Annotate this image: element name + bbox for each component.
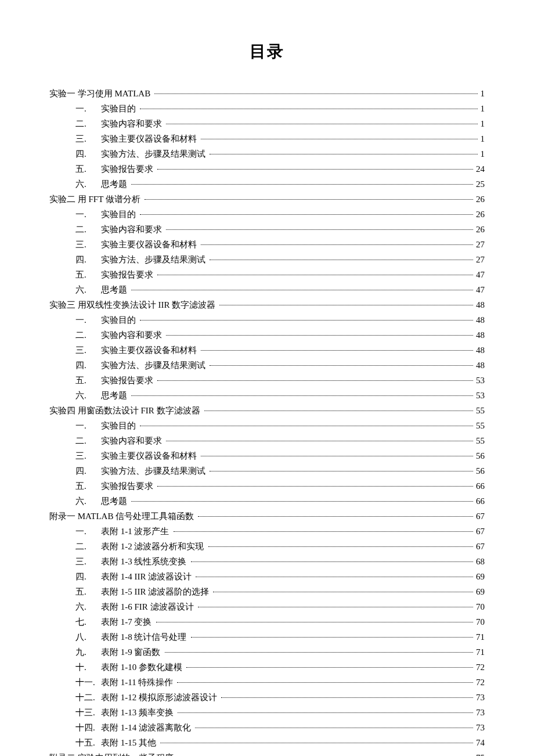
toc-entry-number: 六. bbox=[75, 494, 101, 509]
toc-entry-text: 实验方法、步骤及结果测试 bbox=[101, 463, 208, 478]
toc-entry[interactable]: 四.实验方法、步骤及结果测试27 bbox=[49, 252, 485, 267]
toc-entry-page: 72 bbox=[475, 660, 485, 675]
toc-leader-dots bbox=[131, 501, 473, 502]
toc-entry-page: 1 bbox=[479, 146, 485, 161]
toc-entry[interactable]: 十二.表附 1-12 模拟原形滤波器设计73 bbox=[49, 690, 485, 705]
toc-entry[interactable]: 一.实验目的48 bbox=[49, 312, 485, 327]
toc-entry-number: 五. bbox=[75, 373, 101, 388]
toc-entry[interactable]: 二.实验内容和要求55 bbox=[49, 433, 485, 448]
toc-entry-page: 25 bbox=[475, 177, 485, 192]
toc-entry-number: 五. bbox=[75, 161, 101, 177]
toc-leader-dots bbox=[157, 486, 473, 487]
toc-entry[interactable]: 五.实验报告要求66 bbox=[49, 478, 485, 494]
toc-entry-number: 二. bbox=[75, 433, 101, 448]
toc-entry-number: 四. bbox=[75, 569, 101, 584]
toc-leader-dots bbox=[198, 516, 473, 517]
toc-entry[interactable]: 四.表附 1-4 IIR 滤波器设计69 bbox=[49, 569, 485, 584]
toc-entry-text: 实验主要仪器设备和材料 bbox=[101, 131, 199, 146]
toc-entry[interactable]: 一.表附 1-1 波形产生67 bbox=[49, 524, 485, 539]
toc-entry[interactable]: 一.实验目的1 bbox=[49, 101, 485, 116]
toc-leader-dots bbox=[178, 712, 473, 713]
toc-entry-number: 十四. bbox=[75, 720, 101, 735]
toc-entry[interactable]: 四.实验方法、步骤及结果测试48 bbox=[49, 358, 485, 373]
toc-entry[interactable]: 六.思考题53 bbox=[49, 388, 485, 403]
toc-entry[interactable]: 六.思考题66 bbox=[49, 494, 485, 509]
toc-entry[interactable]: 十一.表附 1-11 特殊操作72 bbox=[49, 675, 485, 690]
toc-entry-text: 思考题 bbox=[101, 388, 129, 403]
toc-entry[interactable]: 实验三 用双线性变换法设计 IIR 数字滤波器48 bbox=[49, 297, 485, 312]
toc-entry[interactable]: 三.实验主要仪器设备和材料48 bbox=[49, 343, 485, 358]
toc-entry[interactable]: 三.实验主要仪器设备和材料1 bbox=[49, 131, 485, 146]
toc-entry-number: 十一. bbox=[75, 675, 101, 690]
toc-entry[interactable]: 十四.表附 1-14 滤波器离散化73 bbox=[49, 720, 485, 735]
toc-entry[interactable]: 四.实验方法、步骤及结果测试56 bbox=[49, 463, 485, 478]
toc-entry[interactable]: 二.实验内容和要求48 bbox=[49, 327, 485, 343]
toc-entry-number: 十五. bbox=[75, 735, 101, 750]
toc-leader-dots bbox=[166, 441, 473, 441]
toc-entry[interactable]: 六.思考题47 bbox=[49, 282, 485, 297]
toc-entry-number: 三. bbox=[75, 343, 101, 358]
toc-leader-dots bbox=[201, 244, 473, 245]
toc-entry[interactable]: 五.表附 1-5 IIR 滤波器阶的选择69 bbox=[49, 584, 485, 599]
toc-entry[interactable]: 二.表附 1-2 滤波器分析和实现67 bbox=[49, 539, 485, 554]
toc-entry-page: 26 bbox=[475, 222, 485, 237]
toc-entry[interactable]: 五.实验报告要求53 bbox=[49, 373, 485, 388]
toc-entry[interactable]: 二.实验内容和要求1 bbox=[49, 116, 485, 131]
toc-entry[interactable]: 八.表附 1-8 统计信号处理71 bbox=[49, 629, 485, 645]
toc-entry-number: 一. bbox=[75, 418, 101, 433]
toc-entry-text: 实验四 用窗函数法设计 FIR 数字滤波器 bbox=[49, 403, 203, 418]
toc-entry-page: 56 bbox=[475, 448, 485, 463]
toc-entry[interactable]: 十五.表附 1-15 其他74 bbox=[49, 735, 485, 750]
toc-entry[interactable]: 三.实验主要仪器设备和材料56 bbox=[49, 448, 485, 463]
toc-entry-page: 27 bbox=[475, 252, 485, 267]
toc-entry-text: 表附 1-13 频率变换 bbox=[101, 705, 176, 720]
toc-entry-text: 表附 1-8 统计信号处理 bbox=[101, 629, 189, 645]
toc-entry[interactable]: 十三.表附 1-13 频率变换73 bbox=[49, 705, 485, 720]
toc-entry-page: 56 bbox=[475, 463, 485, 478]
toc-entry[interactable]: 六.思考题25 bbox=[49, 177, 485, 192]
toc-entry-text: 表附 1-1 波形产生 bbox=[101, 524, 172, 539]
toc-entry[interactable]: 三.表附 1-3 线性系统变换68 bbox=[49, 554, 485, 569]
toc-entry-page: 73 bbox=[475, 720, 485, 735]
toc-entry-page: 71 bbox=[475, 645, 485, 660]
toc-entry-number: 六. bbox=[75, 282, 101, 297]
toc-entry[interactable]: 实验二 用 FFT 做谱分析26 bbox=[49, 192, 485, 207]
toc-entry-text: 实验报告要求 bbox=[101, 267, 156, 282]
toc-entry-page: 72 bbox=[475, 675, 485, 690]
toc-entry-text: 思考题 bbox=[101, 494, 129, 509]
toc-leader-dots bbox=[157, 380, 473, 381]
toc-entry-text: 实验主要仪器设备和材料 bbox=[101, 448, 199, 463]
toc-entry[interactable]: 一.实验目的26 bbox=[49, 207, 485, 222]
toc-entry[interactable]: 五.实验报告要求47 bbox=[49, 267, 485, 282]
toc-entry-page: 75 bbox=[475, 750, 485, 756]
toc-entry-text: 实验主要仪器设备和材料 bbox=[101, 237, 199, 252]
toc-entry-number: 二. bbox=[75, 116, 101, 131]
toc-entry[interactable]: 一.实验目的55 bbox=[49, 418, 485, 433]
toc-entry-number: 三. bbox=[75, 448, 101, 463]
toc-entry[interactable]: 实验四 用窗函数法设计 FIR 数字滤波器55 bbox=[49, 403, 485, 418]
toc-entry[interactable]: 十.表附 1-10 参数化建模72 bbox=[49, 660, 485, 675]
toc-leader-dots bbox=[166, 335, 473, 336]
toc-entry[interactable]: 实验一 学习使用 MATLAB1 bbox=[49, 86, 485, 101]
toc-entry[interactable]: 七.表附 1-7 变换70 bbox=[49, 614, 485, 629]
toc-entry-text: 表附 1-11 特殊操作 bbox=[101, 675, 175, 690]
toc-entry-text: 实验目的 bbox=[101, 418, 138, 433]
toc-entry-text: 表附 1-5 IIR 滤波器阶的选择 bbox=[101, 584, 211, 599]
toc-leader-dots bbox=[208, 546, 474, 547]
toc-entry-number: 二. bbox=[75, 539, 101, 554]
toc-entry-page: 24 bbox=[475, 161, 485, 177]
toc-entry[interactable]: 二.实验内容和要求26 bbox=[49, 222, 485, 237]
toc-entry[interactable]: 附录一 MATLAB 信号处理工具箱函数67 bbox=[49, 509, 485, 524]
toc-entry[interactable]: 三.实验主要仪器设备和材料27 bbox=[49, 237, 485, 252]
toc-entry[interactable]: 四.实验方法、步骤及结果测试1 bbox=[49, 146, 485, 161]
toc-entry[interactable]: 附录二 实验中用到的一些子程序75 bbox=[49, 750, 485, 756]
toc-entry[interactable]: 五.实验报告要求24 bbox=[49, 161, 485, 177]
toc-leader-dots bbox=[160, 743, 473, 743]
toc-leader-dots bbox=[204, 411, 473, 411]
toc-entry-page: 27 bbox=[475, 237, 485, 252]
toc-entry-text: 实验报告要求 bbox=[101, 373, 156, 388]
toc-entry-page: 48 bbox=[475, 358, 485, 373]
toc-entry[interactable]: 六.表附 1-6 FIR 滤波器设计70 bbox=[49, 599, 485, 614]
toc-entry-page: 55 bbox=[475, 418, 485, 433]
toc-entry[interactable]: 九.表附 1-9 窗函数71 bbox=[49, 645, 485, 660]
